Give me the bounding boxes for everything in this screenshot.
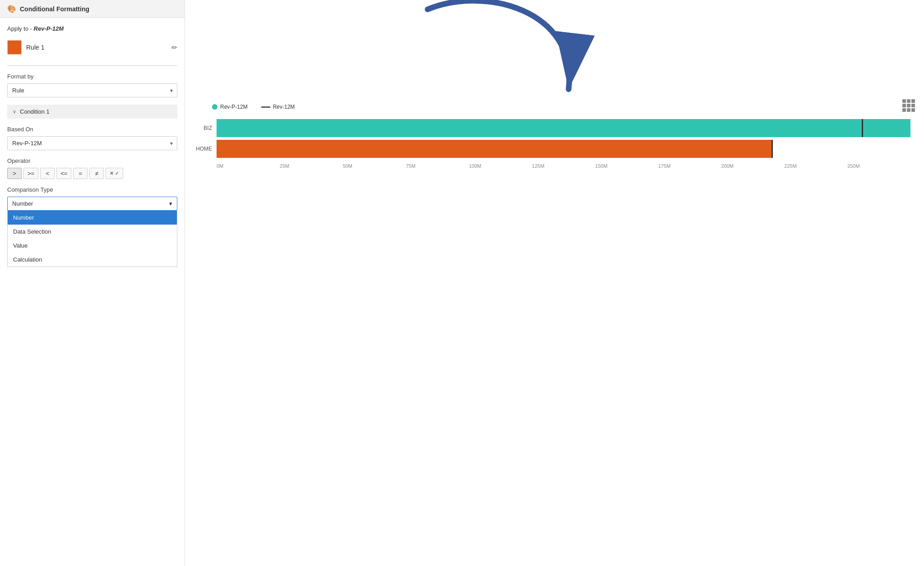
apply-to-field: Rev-P-12M bbox=[34, 25, 64, 32]
axis-0m: 0M bbox=[217, 163, 280, 169]
op-greater-equal[interactable]: >= bbox=[23, 168, 38, 179]
axis-200m: 200M bbox=[721, 163, 785, 169]
based-on-section: Based On Rev-P-12M Rev-12M ▾ bbox=[7, 126, 177, 150]
operator-section: Operator > >= < <= = ≠ ✕ ✓ bbox=[7, 157, 177, 179]
comparison-type-label: Comparison Type bbox=[7, 186, 177, 193]
axis-150m: 150M bbox=[595, 163, 658, 169]
chart-axis: 0M 25M 50M 75M 100M 125M 150M 175M 200M … bbox=[217, 161, 910, 169]
apply-to-prefix: Apply to - bbox=[7, 25, 32, 32]
grid-cell-7 bbox=[902, 108, 906, 112]
chart-row-home: HOME bbox=[194, 140, 910, 158]
rule-row: Rule 1 ✏ bbox=[7, 40, 177, 55]
op-not-equal[interactable]: ≠ bbox=[89, 168, 104, 179]
axis-100m: 100M bbox=[469, 163, 532, 169]
chart-bar-home bbox=[217, 140, 772, 158]
format-by-label: Format by bbox=[7, 73, 177, 80]
condition-chevron-icon: ∨ bbox=[13, 109, 16, 115]
option-data-selection[interactable]: Data Selection bbox=[8, 225, 177, 239]
conditional-formatting-icon: 🎨 bbox=[7, 5, 16, 13]
legend-label-rev-p-12m: Rev-P-12M bbox=[220, 104, 248, 110]
operator-buttons: > >= < <= = ≠ ✕ ✓ bbox=[7, 168, 177, 179]
legend-rev-p-12m: Rev-P-12M bbox=[212, 104, 248, 110]
chart-label-home: HOME bbox=[194, 146, 217, 152]
chart-bar-biz bbox=[217, 119, 910, 137]
axis-25m: 25M bbox=[280, 163, 343, 169]
based-on-select[interactable]: Rev-P-12M Rev-12M bbox=[7, 136, 177, 150]
panel-title: Conditional Formatting bbox=[20, 5, 89, 13]
bar-marker-biz bbox=[862, 119, 863, 137]
comparison-dropdown-wrapper: Number ▾ Number Data Selection Value Cal… bbox=[7, 197, 177, 267]
rule-color-swatch[interactable] bbox=[7, 40, 22, 55]
option-value[interactable]: Value bbox=[8, 239, 177, 253]
axis-125m: 125M bbox=[532, 163, 595, 169]
grid-cell-5 bbox=[907, 104, 910, 107]
comparison-dropdown-arrow: ▾ bbox=[169, 200, 172, 207]
right-panel: Rev-P-12M Rev-12M BIZ HOME bbox=[185, 0, 924, 566]
panel-header: 🎨 Conditional Formatting bbox=[0, 0, 185, 18]
axis-250m: 250M bbox=[847, 163, 910, 169]
based-on-label: Based On bbox=[7, 126, 177, 133]
operator-label: Operator bbox=[7, 157, 177, 164]
divider bbox=[7, 65, 177, 66]
apply-to-row: Apply to - Rev-P-12M bbox=[7, 25, 177, 32]
comparison-selected-value: Number bbox=[12, 200, 33, 207]
rule-label: Rule 1 bbox=[26, 44, 167, 51]
curved-arrow bbox=[185, 0, 924, 113]
edit-icon[interactable]: ✏ bbox=[171, 43, 177, 52]
axis-225m: 225M bbox=[784, 163, 847, 169]
based-on-dropdown-wrapper: Rev-P-12M Rev-12M ▾ bbox=[7, 136, 177, 150]
chart-area: Rev-P-12M Rev-12M BIZ HOME bbox=[194, 104, 910, 557]
chart-bars: BIZ HOME bbox=[194, 119, 910, 161]
condition-header[interactable]: ∨ Condition 1 bbox=[7, 105, 177, 119]
chart-legend: Rev-P-12M Rev-12M bbox=[212, 104, 910, 110]
grid-view-icon[interactable] bbox=[902, 99, 915, 112]
chart-label-biz: BIZ bbox=[194, 125, 217, 131]
legend-dash-gray bbox=[261, 106, 270, 108]
legend-rev-12m: Rev-12M bbox=[261, 104, 295, 110]
format-by-dropdown-wrapper: Rule Color scale Field value Percent ▾ bbox=[7, 83, 177, 97]
comparison-type-section: Comparison Type Number ▾ Number Data Sel… bbox=[7, 186, 177, 267]
op-less-equal[interactable]: <= bbox=[56, 168, 71, 179]
option-calculation[interactable]: Calculation bbox=[8, 253, 177, 267]
bar-marker-home bbox=[772, 140, 773, 158]
grid-cell-3 bbox=[911, 99, 915, 103]
legend-label-rev-12m: Rev-12M bbox=[273, 104, 295, 110]
grid-cell-8 bbox=[907, 108, 910, 112]
op-greater-than[interactable]: > bbox=[7, 168, 22, 179]
left-panel: 🎨 Conditional Formatting Apply to - Rev-… bbox=[0, 0, 185, 566]
grid-cell-1 bbox=[902, 99, 906, 103]
option-number[interactable]: Number bbox=[8, 211, 177, 225]
chart-row-biz: BIZ bbox=[194, 119, 910, 137]
chart-bar-home-container bbox=[217, 140, 910, 158]
format-by-select[interactable]: Rule Color scale Field value Percent bbox=[7, 83, 177, 97]
op-equal[interactable]: = bbox=[73, 168, 88, 179]
grid-cell-4 bbox=[902, 104, 906, 107]
format-by-section: Format by Rule Color scale Field value P… bbox=[7, 73, 177, 97]
panel-body: Apply to - Rev-P-12M Rule 1 ✏ Format by … bbox=[0, 18, 185, 566]
grid-cell-2 bbox=[907, 99, 910, 103]
grid-cell-9 bbox=[911, 108, 915, 112]
comparison-dropdown-btn[interactable]: Number ▾ bbox=[7, 197, 177, 211]
axis-175m: 175M bbox=[658, 163, 721, 169]
condition-label: Condition 1 bbox=[20, 108, 50, 115]
axis-50m: 50M bbox=[343, 163, 406, 169]
comparison-options-list: Number Data Selection Value Calculation bbox=[7, 211, 177, 267]
op-less-than[interactable]: < bbox=[40, 168, 55, 179]
axis-75m: 75M bbox=[406, 163, 469, 169]
op-between[interactable]: ✕ ✓ bbox=[106, 168, 123, 179]
chart-bar-biz-container bbox=[217, 119, 910, 137]
grid-cell-6 bbox=[911, 104, 915, 107]
legend-dot-teal bbox=[212, 104, 217, 110]
